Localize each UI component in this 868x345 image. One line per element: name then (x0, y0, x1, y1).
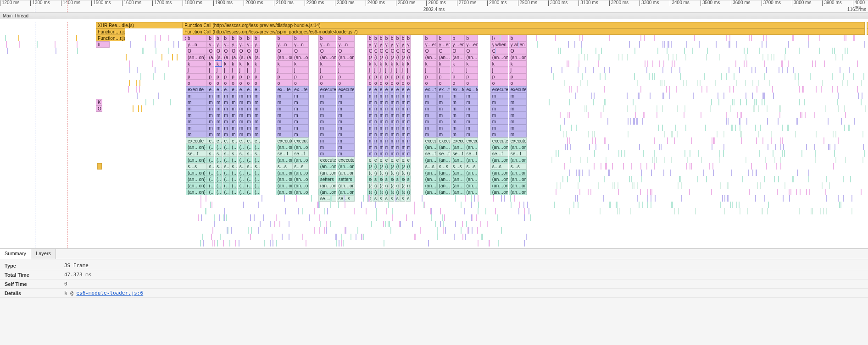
flame-sliver[interactable] (772, 86, 773, 93)
flame-sliver[interactable] (838, 195, 839, 202)
flame-sliver[interactable] (581, 48, 582, 54)
flame-sliver[interactable] (762, 137, 763, 144)
flame-sliver[interactable] (478, 202, 479, 208)
flame-sliver[interactable] (614, 182, 615, 189)
flame-bar[interactable]: s… (384, 195, 389, 202)
flame-bar[interactable]: (a…n) (373, 170, 378, 176)
flame-sliver[interactable] (752, 93, 753, 99)
flame-bar[interactable]: Function Call (http://lesscss.org/less-p… (183, 28, 865, 35)
flame-sliver[interactable] (495, 48, 496, 54)
flame-sliver[interactable] (164, 73, 165, 80)
flame-sliver[interactable] (800, 189, 801, 195)
flame-bar[interactable]: m (238, 118, 245, 125)
flame-bar[interactable]: m (367, 144, 372, 150)
flame-bar[interactable]: (…) (230, 144, 237, 150)
flame-sliver[interactable] (170, 99, 171, 105)
flame-bar[interactable]: m (215, 131, 222, 137)
flame-bar[interactable]: m (490, 125, 508, 131)
flame-sliver[interactable] (609, 202, 610, 208)
flame-bar[interactable]: j (384, 67, 389, 73)
flame-sliver[interactable] (740, 99, 741, 105)
flame-sliver[interactable] (819, 35, 820, 41)
flame-sliver[interactable] (464, 208, 465, 214)
flame-bar[interactable]: p (318, 73, 336, 80)
flame-bar[interactable]: (a…) (406, 54, 411, 60)
flame-bar[interactable]: e…e (238, 137, 245, 144)
flame-sliver[interactable] (595, 137, 596, 144)
flame-sliver[interactable] (341, 240, 342, 246)
flame-sliver[interactable] (414, 208, 415, 214)
flame-sliver[interactable] (731, 125, 732, 131)
flame-bar[interactable]: (…) (253, 157, 260, 163)
flame-bar[interactable]: m (423, 105, 437, 112)
flame-bar[interactable]: (an…on) (292, 189, 309, 195)
flame-bar[interactable]: p (215, 73, 222, 80)
flame-bar[interactable]: k (406, 60, 411, 67)
flame-sliver[interactable] (526, 234, 527, 240)
flame-bar[interactable]: m (245, 99, 252, 105)
flame-sliver[interactable] (609, 170, 610, 176)
flame-sliver[interactable] (746, 54, 746, 60)
flame-sliver[interactable] (631, 176, 632, 182)
flame-sliver[interactable] (662, 67, 663, 73)
flame-bar[interactable]: (an…on) (451, 189, 464, 195)
flame-sliver[interactable] (569, 170, 570, 176)
flame-sliver[interactable] (845, 48, 846, 54)
flame-bar[interactable]: m (389, 125, 394, 131)
flame-bar[interactable]: j (395, 67, 400, 73)
flame-sliver[interactable] (826, 195, 827, 202)
flame-bar[interactable]: y…en (464, 41, 478, 48)
flame-sliver[interactable] (455, 195, 456, 202)
flame-sliver[interactable] (824, 60, 825, 67)
flame-sliver[interactable] (588, 189, 589, 195)
flame-sliver[interactable] (790, 189, 791, 195)
flame-bar[interactable]: m (230, 131, 237, 137)
flame-sliver[interactable] (471, 214, 472, 221)
flame-sliver[interactable] (581, 41, 582, 48)
flame-bar[interactable]: m (395, 118, 400, 125)
flame-sliver[interactable] (289, 221, 289, 227)
flame-sliver[interactable] (846, 35, 846, 41)
flame-bar[interactable]: (…) (245, 170, 252, 176)
flame-sliver[interactable] (853, 73, 854, 80)
flame-sliver[interactable] (7, 48, 8, 54)
flame-bar[interactable]: m (292, 112, 309, 118)
flame-bar[interactable]: se…f (276, 150, 292, 157)
flame-bar[interactable] (97, 163, 101, 170)
flame-bar[interactable]: s… (400, 195, 405, 202)
flame-sliver[interactable] (760, 182, 761, 189)
flame-sliver[interactable] (263, 214, 264, 221)
flame-sliver[interactable] (282, 234, 283, 240)
flame-bar[interactable]: (an…on) (186, 144, 207, 150)
flame-bar[interactable]: (a…n) (406, 163, 411, 170)
flame-sliver[interactable] (555, 35, 556, 41)
flame-sliver[interactable] (642, 202, 643, 208)
flame-sliver[interactable] (562, 176, 563, 182)
flame-bar[interactable]: m (230, 118, 237, 125)
flame-sliver[interactable] (651, 202, 651, 208)
flame-sliver[interactable] (821, 86, 822, 93)
flame-bar[interactable]: y…n (367, 41, 372, 48)
flame-sliver[interactable] (721, 73, 722, 80)
flame-sliver[interactable] (77, 41, 78, 48)
flame-bar[interactable]: (an…on) (490, 176, 508, 182)
flame-bar[interactable]: m (223, 112, 230, 118)
flame-sliver[interactable] (388, 202, 389, 208)
flame-sliver[interactable] (133, 105, 134, 112)
flame-sliver[interactable] (570, 144, 571, 150)
flame-sliver[interactable] (687, 157, 688, 163)
flame-sliver[interactable] (754, 99, 755, 105)
flame-sliver[interactable] (780, 144, 781, 150)
flame-bar[interactable]: m (337, 125, 355, 131)
flame-sliver[interactable] (662, 80, 662, 86)
flame-bar[interactable]: (…) (223, 170, 230, 176)
flame-sliver[interactable] (478, 240, 479, 246)
flame-sliver[interactable] (730, 105, 731, 112)
flame-sliver[interactable] (684, 150, 685, 157)
flame-sliver[interactable] (637, 182, 638, 189)
flame-sliver[interactable] (749, 35, 750, 41)
flame-sliver[interactable] (672, 202, 673, 208)
flame-sliver[interactable] (339, 240, 339, 246)
flame-bar[interactable]: m (464, 93, 478, 99)
flame-sliver[interactable] (732, 99, 733, 105)
